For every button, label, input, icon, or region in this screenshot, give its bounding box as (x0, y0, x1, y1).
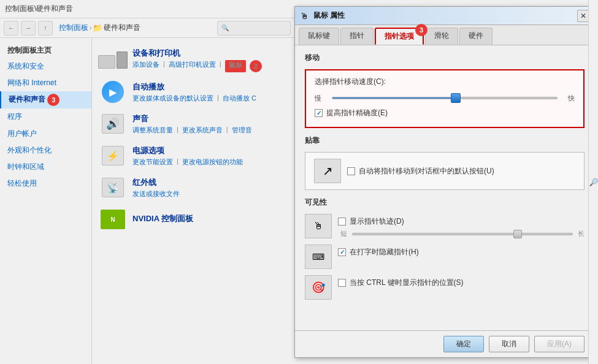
infrared-icon: 📡 (101, 175, 125, 200)
sidebar-item-network[interactable]: 网络和 Internet (0, 75, 91, 91)
dialog-close-button[interactable]: ✕ (577, 10, 589, 22)
devices-link-1[interactable]: 添加设备 (132, 60, 159, 72)
sound-link-1[interactable]: 调整系统音量 (132, 126, 173, 135)
dialog-app-icon: 🖱 (300, 11, 310, 21)
power-link-1[interactable]: 更改节能设置 (132, 157, 173, 167)
snap-row: ↗ 自动将指针移动到对话框中的默认按钮(U) (314, 159, 575, 183)
hide-typing-row: ⌨ 在打字时隐藏指针(H) (305, 245, 585, 269)
enhance-label: 提高指针精确度(E) (326, 108, 388, 118)
hide-typing-label: 在打字时隐藏指针(H) (350, 247, 419, 257)
infrared-links: 发送或接收文件 (132, 189, 286, 199)
cp-title: 控制面板\硬件和声音 (5, 4, 73, 14)
ctrl-show-checkbox[interactable] (338, 279, 346, 287)
ok-button[interactable]: 确定 (443, 336, 484, 352)
sidebar-item-system[interactable]: 系统和安全 (0, 58, 91, 75)
power-icon-shape: ⚡ (102, 146, 124, 165)
power-icon: ⚡ (101, 143, 125, 168)
sound-content: 声音 调整系统音量 | 更改系统声音 | 管理音 (132, 113, 286, 135)
devices-link-2[interactable]: 高级打印机设置 (169, 60, 216, 72)
infrared-content: 红外线 发送或接收文件 (132, 177, 286, 199)
trail-short-label: 短 (340, 229, 347, 238)
move-section-box: 选择指针移动速度(C): 慢 快 提高指针精确度(E) (305, 69, 585, 128)
enhance-checkbox[interactable] (315, 109, 323, 117)
search-button[interactable]: 🔍 (217, 21, 291, 36)
mouse-badge[interactable]: 鼠标 (225, 60, 246, 72)
devices-title: 设备和打印机 (132, 48, 286, 59)
nvidia-content: NVIDIA 控制面板 (132, 213, 286, 226)
snap-section: 贴靠 ↗ 自动将指针移动到对话框中的默认按钮(U) (305, 135, 585, 190)
cp-item-devices[interactable]: 设备和打印机 添加设备 | 高级打印机设置 | 鼠标 2 (98, 44, 288, 76)
trail-checkbox[interactable] (338, 218, 346, 226)
infrared-link-1[interactable]: 发送或接收文件 (132, 189, 180, 199)
right-search-bar[interactable]: 🔍 (588, 0, 598, 364)
snap-icon: ↗ (314, 159, 341, 183)
cancel-button[interactable]: 取消 (489, 336, 529, 352)
speed-slider-thumb[interactable] (451, 93, 461, 103)
forward-button[interactable]: → (21, 21, 36, 36)
trail-long-label: 长 (578, 229, 585, 238)
tab-hardware[interactable]: 硬件 (459, 28, 493, 45)
tab-wheel[interactable]: 滑轮 (425, 28, 458, 45)
autoplay-link-1[interactable]: 更改媒体或设备的默认设置 (132, 94, 213, 103)
search-icon: 🔍 (221, 25, 229, 31)
cp-item-infrared[interactable]: 📡 红外线 发送或接收文件 (98, 172, 288, 203)
tab-mouse-keys[interactable]: 鼠标键 (299, 28, 339, 45)
cp-item-autoplay[interactable]: ▶ 自动播放 更改媒体或设备的默认设置 | 自动播放 C (98, 76, 288, 108)
sidebar-item-ease[interactable]: 轻松使用 (0, 175, 91, 192)
breadcrumb: 控制面板 › 📁 硬件和声音 (59, 23, 215, 33)
sidebar-item-hardware[interactable]: 硬件和声音 3 (0, 91, 91, 108)
breadcrumb-sep1: › (90, 25, 91, 31)
back-button[interactable]: ← (4, 21, 18, 36)
sound-link-2[interactable]: 更改系统声音 (182, 126, 223, 135)
trail-checkbox-row: 显示指针轨迹(D) (338, 216, 585, 227)
sidebar-item-appearance[interactable]: 外观和个性化 (0, 142, 91, 159)
visibility-section: 可见性 🖱 显示指针轨迹(D) 短 长 (305, 197, 585, 300)
sidebar-item-users[interactable]: 用户帐户 (0, 126, 91, 142)
speed-slider[interactable] (332, 92, 558, 104)
trail-slider-thumb[interactable] (513, 230, 522, 238)
autoplay-icon-shape: ▶ (102, 81, 124, 103)
power-content: 电源选项 更改节能设置 | 更改电源按钮的功能 (132, 145, 286, 167)
nvidia-title: NVIDIA 控制面板 (132, 213, 286, 224)
infrared-icon-shape: 📡 (102, 178, 124, 197)
trail-slider[interactable] (352, 233, 573, 235)
move-section: 移动 选择指针移动速度(C): 慢 快 提高指针精确度(E) (305, 53, 585, 128)
speed-slider-fill (332, 97, 456, 99)
sidebar-item-clock[interactable]: 时钟和区域 (0, 159, 91, 175)
control-panel-window: 控制面板\硬件和声音 ← → ↑ 控制面板 › 📁 硬件和声音 🔍 控制面板主页… (0, 0, 294, 364)
power-link-2[interactable]: 更改电源按钮的功能 (182, 157, 243, 167)
snap-section-label: 贴靠 (305, 135, 585, 147)
step-badge-1: 3 (47, 94, 59, 106)
nvidia-icon: N (101, 207, 125, 232)
tab-pointer[interactable]: 指针 (340, 28, 374, 45)
cp-item-sound[interactable]: 🔊 声音 调整系统音量 | 更改系统声音 | 管理音 (98, 108, 288, 140)
up-button[interactable]: ↑ (38, 21, 53, 36)
slow-label: 慢 (315, 94, 327, 103)
snap-section-box: ↗ 自动将指针移动到对话框中的默认按钮(U) (305, 152, 585, 190)
sidebar-main-link[interactable]: 控制面板主页 (0, 43, 91, 58)
snap-checkbox-row: 自动将指针移动到对话框中的默认按钮(U) (347, 166, 494, 176)
hide-typing-checkbox[interactable] (338, 248, 346, 256)
autoplay-title: 自动播放 (132, 82, 286, 93)
ctrl-show-label: 当按 CTRL 键时显示指针的位置(S) (350, 278, 464, 288)
step-badge-2: 2 (250, 60, 262, 72)
trail-icon: 🖱 (305, 214, 332, 238)
breadcrumb-folder-icon: 📁 (93, 23, 102, 32)
cp-main-content: 设备和打印机 添加设备 | 高级打印机设置 | 鼠标 2 ▶ (92, 38, 294, 364)
visibility-label: 可见性 (305, 197, 585, 209)
sidebar-item-programs[interactable]: 程序 (0, 108, 91, 125)
sound-link-3[interactable]: 管理音 (232, 126, 252, 135)
autoplay-link-2[interactable]: 自动播放 C (223, 94, 256, 103)
snap-checkbox[interactable] (347, 167, 355, 175)
breadcrumb-root[interactable]: 控制面板 (59, 23, 88, 33)
autoplay-content: 自动播放 更改媒体或设备的默认设置 | 自动播放 C (132, 82, 286, 103)
apply-button[interactable]: 应用(A) (534, 336, 585, 352)
sound-links: 调整系统音量 | 更改系统声音 | 管理音 (132, 126, 286, 135)
cp-item-nvidia[interactable]: N NVIDIA 控制面板 (98, 203, 288, 235)
cp-item-power[interactable]: ⚡ 电源选项 更改节能设置 | 更改电源按钮的功能 (98, 140, 288, 172)
ctrl-show-content: 当按 CTRL 键时显示指针的位置(S) (338, 275, 585, 290)
speed-slider-row: 慢 快 (315, 92, 575, 104)
devices-sep2: | (220, 60, 221, 72)
tab-pointer-options[interactable]: 指针选项 3 (375, 28, 424, 45)
autoplay-links: 更改媒体或设备的默认设置 | 自动播放 C (132, 94, 286, 103)
